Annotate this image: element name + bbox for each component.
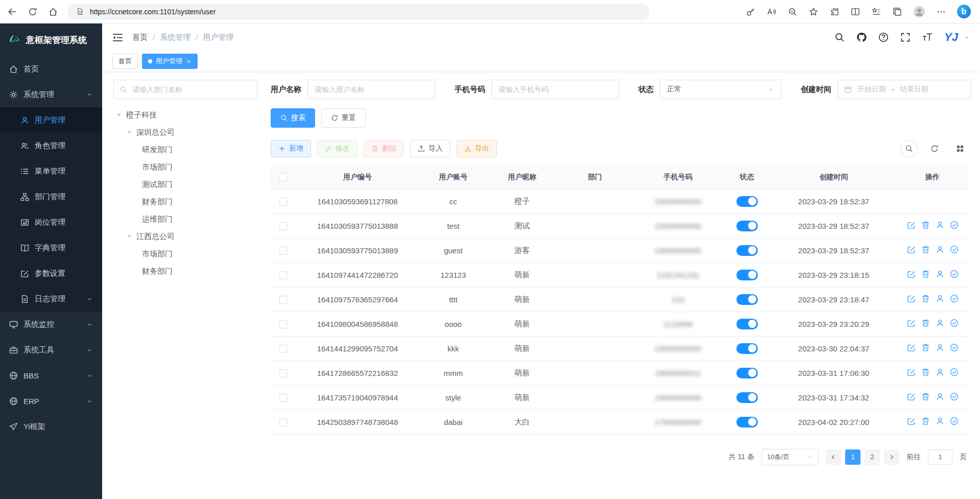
sidebar-item-post[interactable]: 岗位管理 <box>0 209 102 235</box>
row-checkbox[interactable] <box>279 345 288 353</box>
zoom-icon[interactable] <box>787 7 798 17</box>
edit-button[interactable]: 修改 <box>317 140 357 157</box>
phone-input[interactable] <box>491 80 619 99</box>
sidebar-item-user[interactable]: 用户管理 <box>0 107 102 133</box>
sidebar-item-bbs[interactable]: BBS <box>0 363 102 388</box>
search-icon[interactable] <box>834 32 845 42</box>
refresh-icon[interactable] <box>926 140 943 157</box>
user-row-icon[interactable] <box>936 221 944 229</box>
approve-row-icon[interactable] <box>950 294 959 303</box>
date-range-picker[interactable]: 开始日期 - 结束日期 <box>838 80 971 99</box>
refresh-icon[interactable] <box>28 7 38 17</box>
home-icon[interactable] <box>48 7 58 17</box>
search-button[interactable]: 搜索 <box>271 108 315 128</box>
edit-row-icon[interactable] <box>907 392 916 401</box>
sidebar-item-monitor[interactable]: 系统监控 <box>0 312 102 337</box>
user-row-icon[interactable] <box>936 294 944 303</box>
close-icon[interactable] <box>186 59 192 64</box>
edit-row-icon[interactable] <box>907 270 916 278</box>
sidebar-item-role[interactable]: 角色管理 <box>0 133 102 158</box>
status-toggle[interactable] <box>736 392 758 403</box>
sidebar-item-dict[interactable]: 字典管理 <box>0 235 102 260</box>
sidebar-item-dept[interactable]: 部门管理 <box>0 184 102 209</box>
user-row-icon[interactable] <box>936 270 944 278</box>
tree-node-1[interactable]: 深圳总公司 <box>113 124 257 141</box>
edit-row-icon[interactable] <box>907 221 916 229</box>
delete-row-icon[interactable] <box>921 417 930 425</box>
select-all-checkbox[interactable] <box>279 173 288 181</box>
approve-row-icon[interactable] <box>950 221 959 229</box>
breadcrumb-item-1[interactable]: 系统管理 <box>160 33 190 42</box>
bing-icon[interactable]: b <box>957 5 971 18</box>
delete-row-icon[interactable] <box>921 270 930 278</box>
approve-row-icon[interactable] <box>950 368 959 376</box>
approve-row-icon[interactable] <box>950 417 959 425</box>
approve-row-icon[interactable] <box>950 392 959 401</box>
delete-row-icon[interactable] <box>921 221 930 229</box>
approve-row-icon[interactable] <box>950 245 959 254</box>
page-1-button[interactable]: 1 <box>845 449 861 465</box>
status-toggle[interactable] <box>736 196 758 207</box>
status-toggle[interactable] <box>736 245 758 256</box>
sidebar-item-system[interactable]: 系统管理 <box>0 82 102 107</box>
delete-row-icon[interactable] <box>921 392 930 401</box>
extensions-icon[interactable] <box>829 7 840 17</box>
row-checkbox[interactable] <box>279 247 288 255</box>
user-row-icon[interactable] <box>936 343 944 352</box>
prev-page-button[interactable] <box>826 449 841 465</box>
breadcrumb-item-2[interactable]: 用户管理 <box>203 33 233 42</box>
status-toggle[interactable] <box>736 343 758 354</box>
status-toggle[interactable] <box>736 319 758 329</box>
row-checkbox[interactable] <box>279 271 288 279</box>
tree-node-9[interactable]: 财务部门 <box>113 263 257 280</box>
sidebar-item-home[interactable]: 首页 <box>0 56 102 82</box>
page-size-select[interactable]: 10条/页 <box>761 449 819 465</box>
grid-icon[interactable] <box>951 140 969 157</box>
tree-node-7[interactable]: 江西总公司 <box>113 228 257 245</box>
sidebar-item-yi[interactable]: Yi框架 <box>0 414 102 439</box>
font-size-icon[interactable] <box>922 32 933 42</box>
reset-button[interactable]: 重置 <box>321 108 366 128</box>
status-toggle[interactable] <box>736 294 758 305</box>
read-aloud-icon[interactable] <box>767 7 777 17</box>
goto-page-input[interactable] <box>928 449 952 465</box>
user-row-icon[interactable] <box>936 392 944 401</box>
import-button[interactable]: 导入 <box>410 140 450 157</box>
status-toggle[interactable] <box>736 417 758 427</box>
row-checkbox[interactable] <box>279 222 288 230</box>
profile-icon[interactable] <box>913 6 925 18</box>
collections-icon[interactable] <box>892 7 902 17</box>
row-checkbox[interactable] <box>279 198 288 206</box>
user-row-icon[interactable] <box>936 417 944 425</box>
collapse-sidebar-icon[interactable] <box>112 32 123 43</box>
edit-row-icon[interactable] <box>907 319 916 327</box>
favorites-bar-icon[interactable] <box>871 7 881 17</box>
delete-button[interactable]: 删除 <box>364 140 404 157</box>
key-icon[interactable] <box>746 7 756 17</box>
sidebar-item-tools[interactable]: 系统工具 <box>0 337 102 363</box>
status-toggle[interactable] <box>736 270 758 280</box>
user-row-icon[interactable] <box>936 319 944 327</box>
breadcrumb-item-0[interactable]: 首页 <box>132 33 148 42</box>
split-screen-icon[interactable] <box>850 7 861 17</box>
status-toggle[interactable] <box>736 368 758 378</box>
row-checkbox[interactable] <box>279 296 288 304</box>
tree-expand-icon[interactable] <box>126 129 133 136</box>
tree-node-3[interactable]: 市场部门 <box>113 158 257 176</box>
delete-row-icon[interactable] <box>921 319 930 327</box>
delete-row-icon[interactable] <box>921 245 930 254</box>
tree-expand-icon[interactable] <box>115 111 123 118</box>
tree-node-8[interactable]: 市场部门 <box>113 245 257 263</box>
delete-row-icon[interactable] <box>921 294 930 303</box>
sidebar-item-log[interactable]: 日志管理 <box>0 286 102 312</box>
question-icon[interactable] <box>878 32 889 42</box>
status-select[interactable]: 正常 <box>660 80 781 99</box>
delete-row-icon[interactable] <box>921 343 930 352</box>
address-bar[interactable]: https://ccnetcore.com:1101/system/user <box>67 4 650 20</box>
approve-row-icon[interactable] <box>950 270 959 278</box>
tree-node-5[interactable]: 财务部门 <box>113 193 257 210</box>
chevron-down-icon[interactable] <box>964 34 970 40</box>
fullscreen-icon[interactable] <box>900 32 911 42</box>
github-icon[interactable] <box>856 32 867 42</box>
sidebar-item-erp[interactable]: ERP <box>0 388 102 414</box>
